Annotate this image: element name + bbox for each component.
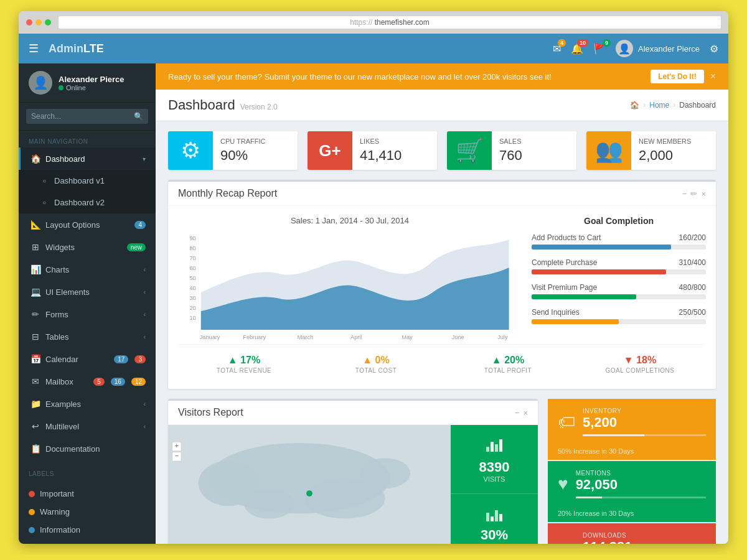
sidebar-item-docs[interactable]: 📋 Documentation [19, 437, 156, 460]
referrals-section: 30% REFERRALS [451, 494, 538, 544]
sidebar-item-dashboard-v2[interactable]: ○ Dashboard v2 [19, 192, 156, 213]
breadcrumb: 🏠 › Home › Dashboard [630, 101, 716, 110]
navbar-right: ✉ 4 🔔 10 🚩 9 👤 Alexander Pierce ⚙ [553, 40, 718, 57]
alert-text: Ready to sell your theme? Submit your th… [168, 72, 644, 82]
content-area: Ready to sell your theme? Submit your th… [156, 63, 728, 544]
gear-nav-icon[interactable]: ⚙ [710, 43, 718, 55]
examples-icon: 📁 [31, 399, 40, 409]
sidebar-item-mailbox[interactable]: ✉ Mailbox 5 16 12 [19, 370, 156, 393]
sidebar-item-calendar[interactable]: 📅 Calendar 17 3 [19, 348, 156, 370]
chevron-icon: ‹ [144, 334, 146, 340]
breadcrumb-home-icon: 🏠 [630, 101, 639, 110]
label-item-important[interactable]: Important [19, 485, 156, 503]
url-domain: themefisher.com [375, 18, 430, 27]
sidebar-item-layout[interactable]: 📐 Layout Options 4 [19, 213, 156, 236]
svg-text:July: July [497, 334, 508, 340]
sidebar-item-dashboard[interactable]: 🏠 Dashboard ▾ ○ Dashboard v1 [19, 147, 156, 213]
minimize-box-btn[interactable]: − [682, 189, 687, 198]
charts-icon: 📊 [31, 264, 40, 274]
flag-nav-btn[interactable]: 🚩 9 [593, 43, 606, 55]
inventory-progress [583, 434, 706, 436]
dashboard-icon: 🏠 [31, 154, 40, 164]
svg-rect-32 [495, 510, 498, 521]
svg-rect-31 [491, 516, 494, 521]
user-panel-info: Alexander Pierce Online [59, 75, 146, 91]
goal-column: Goal Completion Add Products to Cart 160… [532, 216, 706, 344]
svg-text:20: 20 [189, 305, 195, 311]
close-box-btn[interactable]: × [701, 189, 706, 198]
mailbox-icon: ✉ [31, 376, 40, 386]
likes-icon-box: G+ [308, 131, 352, 170]
monthly-recap-box: Monthly Recap Report − ✏ × Sales: 1 Jan,… [168, 180, 716, 389]
configure-box-btn[interactable]: ✏ [690, 189, 697, 198]
email-nav-btn[interactable]: ✉ 4 [553, 43, 561, 55]
label-item-warning[interactable]: Warning [19, 503, 156, 521]
sales-content: SALES 760 [492, 131, 576, 170]
goal-label: Visit Premium Page [532, 283, 597, 292]
goal-item-header: Add Products to Cart 160/200 [532, 233, 706, 242]
minimize-visitors-btn[interactable]: − [515, 408, 520, 418]
svg-text:30: 30 [189, 295, 195, 301]
sidebar-item-multilevel[interactable]: ↩ Multilevel ‹ [19, 415, 156, 437]
page-title-wrap: Dashboard Version 2.0 [168, 97, 278, 113]
mentions-sub: 20% Increase in 30 Days [548, 507, 716, 522]
dashboard-nav-item[interactable]: 🏠 Dashboard ▾ [19, 147, 156, 170]
goal-item-header: Visit Premium Page 480/800 [532, 283, 706, 292]
widgets-icon: ⊞ [31, 242, 40, 252]
forms-icon: ✏ [31, 309, 40, 319]
svg-text:40: 40 [189, 285, 195, 291]
alert-cta-button[interactable]: Let's Do It! [651, 70, 704, 83]
hamburger-icon[interactable]: ☰ [29, 42, 39, 55]
sidebar-subnav-label: Dashboard v2 [54, 198, 146, 207]
address-bar[interactable]: https:// themefisher.com [59, 16, 721, 29]
search-wrap: 🔍 [26, 109, 148, 124]
bar-chart-icon [485, 436, 504, 453]
user-nav-btn[interactable]: 👤 Alexander Pierce [616, 40, 700, 57]
sales-label: SALES [499, 138, 569, 145]
chevron-icon: ▾ [143, 156, 146, 162]
goal-value: 310/400 [679, 258, 706, 267]
svg-text:60: 60 [189, 265, 195, 271]
cpu-value: 90% [220, 147, 290, 164]
progress-bg [532, 245, 706, 250]
stat-revenue: ▲ 17% TOTAL REVENUE [178, 352, 310, 376]
chart-column: Sales: 1 Jan, 2014 - 30 Jul, 2014 90 80 … [178, 216, 522, 344]
monthly-recap-title: Monthly Recap Report [178, 188, 277, 199]
breadcrumb-parent[interactable]: Home [649, 101, 669, 110]
label-item-information[interactable]: Information [19, 521, 156, 539]
label-text: Important [40, 489, 74, 498]
sidebar-item-charts[interactable]: 📊 Charts ‹ [19, 258, 156, 281]
visitors-header: Visitors Report − × [168, 401, 538, 425]
svg-point-21 [306, 490, 312, 497]
alert-close-button[interactable]: × [710, 71, 716, 82]
mentions-card: ♥ MENTIONS 92,050 [548, 461, 716, 507]
progress-fill [532, 294, 636, 299]
bell-nav-btn[interactable]: 🔔 10 [571, 43, 583, 55]
close-visitors-btn[interactable]: × [523, 408, 528, 418]
inventory-sub-text: 50% Increase in 30 Days [558, 447, 634, 455]
cost-label: TOTAL COST [315, 367, 437, 374]
close-dot[interactable] [26, 19, 32, 26]
referrals-chart-icon [485, 505, 504, 525]
information-dot [29, 527, 35, 533]
expand-dot[interactable] [45, 19, 51, 26]
circle-icon: ○ [39, 177, 49, 184]
sidebar-item-forms[interactable]: ✏ Forms ‹ [19, 303, 156, 325]
goal-item-2: Visit Premium Page 480/800 [532, 283, 706, 299]
likes-label: LIKES [360, 138, 430, 145]
inventory-sub: 50% Increase in 30 Days [548, 445, 716, 460]
sidebar-item-dashboard-v1[interactable]: ○ Dashboard v1 [19, 170, 156, 192]
sidebar-item-examples[interactable]: 📁 Examples ‹ [19, 393, 156, 415]
status-online-dot [59, 85, 63, 90]
sidebar-item-tables[interactable]: ⊟ Tables ‹ [19, 325, 156, 348]
search-input[interactable] [31, 112, 134, 121]
sidebar-item-widgets[interactable]: ⊞ Widgets new [19, 236, 156, 258]
minimize-dot[interactable] [35, 19, 42, 26]
info-box-sales: 🛒 SALES 760 [447, 131, 576, 170]
downloads-icon: ☁ [558, 536, 575, 544]
revenue-pct: ▲ 17% [183, 355, 305, 366]
app-logo: AdminLTE [49, 42, 104, 55]
sidebar-item-ui[interactable]: 💻 UI Elements ‹ [19, 281, 156, 303]
visits-panel: 8390 VISITS [451, 425, 538, 544]
mentions-progress-fill [576, 497, 602, 498]
